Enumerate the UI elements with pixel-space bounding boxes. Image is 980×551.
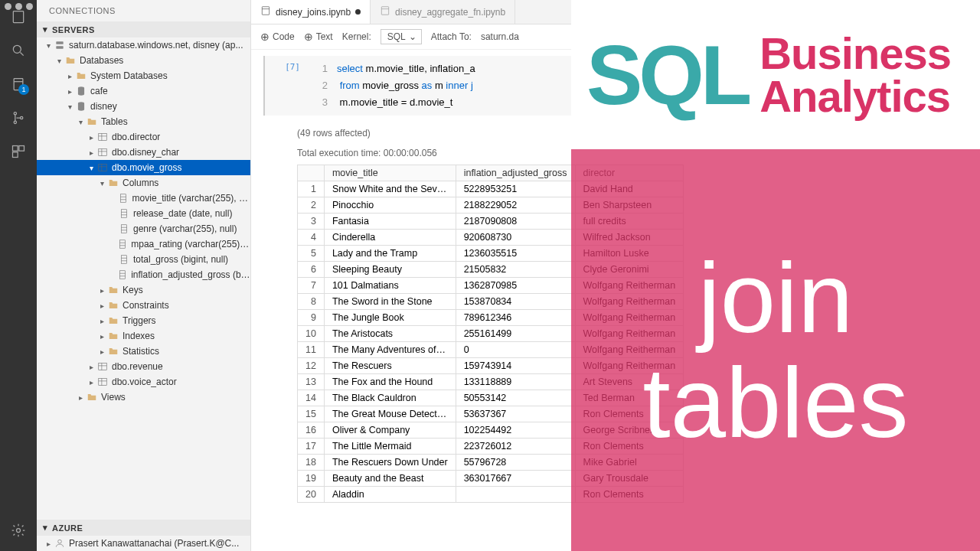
add-text-button[interactable]: ⊕Text: [304, 31, 333, 43]
svg-rect-28: [122, 210, 127, 218]
svg-rect-10: [13, 152, 18, 158]
tree-item[interactable]: inflation_adjusted_gross (bigin...: [37, 267, 250, 282]
rows-affected: (49 rows affected): [251, 122, 980, 142]
table-row[interactable]: 9The Jungle Book789612346Wolfgang Reithe…: [298, 310, 684, 326]
tree-item[interactable]: ▾dbo.movie_gross: [37, 160, 250, 175]
table-row[interactable]: 16Oliver & Company102254492George Scribn…: [298, 422, 684, 439]
code-cell[interactable]: [7] 1select m.movie_title, inflation_a2 …: [251, 50, 980, 122]
table-row[interactable]: 14The Black Cauldron50553142Ted Berman: [298, 390, 684, 406]
connections-sidebar: CONNECTIONS ▾SERVERS ▾saturn.database.wi…: [37, 0, 251, 551]
result-table[interactable]: movie_titleinflation_adjusted_grossdirec…: [297, 165, 684, 503]
svg-rect-40: [119, 271, 125, 279]
server-tree: ▾saturn.database.windows.net, disney (ap…: [37, 37, 250, 520]
table-row[interactable]: 18The Rescuers Down Under55796728Mike Ga…: [298, 455, 684, 471]
tree-item[interactable]: ▸dbo.voice_actor: [37, 374, 250, 390]
svg-rect-43: [99, 363, 107, 370]
section-servers[interactable]: ▾SERVERS: [37, 21, 250, 37]
attach-value: saturn.da: [481, 31, 519, 42]
tree-item[interactable]: ▾Databases: [37, 53, 250, 68]
tree-item[interactable]: ▾Tables: [37, 114, 250, 129]
tree-item[interactable]: genre (varchar(255), null): [37, 221, 250, 236]
tree-item[interactable]: ▾disney: [37, 99, 250, 114]
table-row[interactable]: 8The Sword in the Stone153870834Wolfgang…: [298, 294, 684, 310]
tree-item[interactable]: ▸System Databases: [37, 68, 250, 83]
tree-item[interactable]: ▸Indexes: [37, 328, 250, 344]
svg-rect-0: [13, 11, 23, 23]
kernel-select[interactable]: SQL ⌄: [381, 29, 422, 44]
svg-rect-16: [99, 133, 107, 140]
tab[interactable]: disney_joins.ipynb: [251, 0, 371, 24]
svg-rect-31: [122, 225, 127, 233]
svg-rect-13: [56, 46, 63, 49]
svg-point-1: [13, 45, 21, 53]
tree-item[interactable]: ▾Columns: [37, 175, 250, 191]
svg-rect-19: [99, 148, 107, 155]
tab[interactable]: disney_aggregate_fn.ipynb: [371, 0, 515, 24]
table-row[interactable]: 4Cinderella920608730Wilfred Jackson: [298, 230, 684, 246]
svg-rect-25: [120, 194, 126, 203]
table-row[interactable]: 1Snow White and the Sev…5228953251David …: [298, 181, 684, 197]
tree-item[interactable]: ▸dbo.director: [37, 129, 250, 145]
tree-item[interactable]: movie_title (varchar(255), null): [37, 191, 250, 206]
tree-item[interactable]: release_date (date, null): [37, 206, 250, 221]
tree-item[interactable]: mpaa_rating (varchar(255), null): [37, 236, 250, 252]
tree-item[interactable]: ▸cafe: [37, 83, 250, 99]
svg-rect-12: [56, 41, 63, 44]
column-header[interactable]: inflation_adjusted_gross: [456, 165, 575, 181]
editor-area: disney_joins.ipynbdisney_aggregate_fn.ip…: [251, 0, 980, 551]
svg-rect-8: [13, 146, 18, 152]
badge: 1: [18, 84, 29, 95]
tree-item[interactable]: ▸Triggers: [37, 313, 250, 328]
table-row[interactable]: 15The Great Mouse Detect…53637367Ron Cle…: [298, 406, 684, 422]
table-row[interactable]: 2Pinocchio2188229052Ben Sharpsteen: [298, 197, 684, 214]
gear-icon[interactable]: [9, 521, 28, 540]
svg-point-49: [58, 540, 62, 543]
notebook-icon[interactable]: 1: [9, 75, 28, 93]
table-row[interactable]: 3Fantasia2187090808full credits: [298, 214, 684, 230]
svg-rect-46: [99, 378, 107, 385]
tree-item[interactable]: total_gross (bigint, null): [37, 252, 250, 267]
tree-item[interactable]: ▸Keys: [37, 282, 250, 298]
svg-point-5: [14, 112, 16, 115]
section-azure[interactable]: ▾AZURE: [37, 520, 250, 536]
notebook-toolbar: ⊕Code ⊕Text Kernel: SQL ⌄ Attach To: sat…: [251, 24, 980, 50]
table-row[interactable]: 6Sleeping Beauty21505832Clyde Geronimi: [298, 262, 684, 278]
table-row[interactable]: 19Beauty and the Beast363017667Gary Trou…: [298, 471, 684, 487]
tree-item[interactable]: ▸Statistics: [37, 344, 250, 359]
column-header[interactable]: movie_title: [324, 165, 456, 181]
extensions-icon[interactable]: [9, 142, 28, 161]
sidebar-title: CONNECTIONS: [37, 0, 250, 21]
exec-time: Total execution time: 00:00:00.056: [251, 142, 980, 161]
svg-line-2: [21, 53, 24, 56]
svg-rect-34: [119, 240, 125, 249]
svg-rect-37: [122, 256, 127, 264]
table-row[interactable]: 5Lady and the Tramp1236035515Hamilton Lu…: [298, 246, 684, 262]
code-content[interactable]: 1select m.movie_title, inflation_a2 from…: [303, 56, 980, 116]
svg-point-11: [17, 529, 21, 533]
svg-rect-52: [381, 7, 388, 15]
search-icon[interactable]: [9, 41, 28, 60]
tab-bar: disney_joins.ipynbdisney_aggregate_fn.ip…: [251, 0, 980, 24]
result-grid: movie_titleinflation_adjusted_grossdirec…: [251, 161, 980, 503]
column-header[interactable]: director: [575, 165, 684, 181]
tree-item[interactable]: ▸dbo.revenue: [37, 359, 250, 374]
attach-label: Attach To:: [431, 31, 472, 42]
svg-rect-9: [19, 146, 24, 152]
table-row[interactable]: 11The Many Adventures of…0Wolfgang Reith…: [298, 342, 684, 358]
source-control-icon[interactable]: [9, 109, 28, 127]
table-row[interactable]: 13The Fox and the Hound133118889Art Stev…: [298, 374, 684, 390]
table-row[interactable]: 12The Rescuers159743914Wolfgang Reitherm…: [298, 358, 684, 374]
tree-item[interactable]: ▸dbo.disney_char: [37, 145, 250, 160]
table-row[interactable]: 7101 Dalmatians1362870985Wolfgang Reithe…: [298, 278, 684, 294]
tree-item[interactable]: ▸Views: [37, 390, 250, 405]
tree-item[interactable]: ▾saturn.database.windows.net, disney (ap…: [37, 37, 250, 53]
azure-account[interactable]: ▸ Prasert Kanawattanachai (Prasert.K@C..…: [37, 536, 250, 551]
explorer-icon[interactable]: [9, 8, 28, 26]
svg-rect-22: [99, 164, 107, 171]
table-row[interactable]: 20AladdinRon Clements: [298, 487, 684, 503]
tree-item[interactable]: ▸Constraints: [37, 298, 250, 313]
table-row[interactable]: 10The Aristocats255161499Wolfgang Reithe…: [298, 326, 684, 342]
table-row[interactable]: 17The Little Mermaid223726012Ron Clement…: [298, 439, 684, 455]
svg-rect-50: [262, 7, 269, 15]
add-code-button[interactable]: ⊕Code: [260, 31, 295, 43]
